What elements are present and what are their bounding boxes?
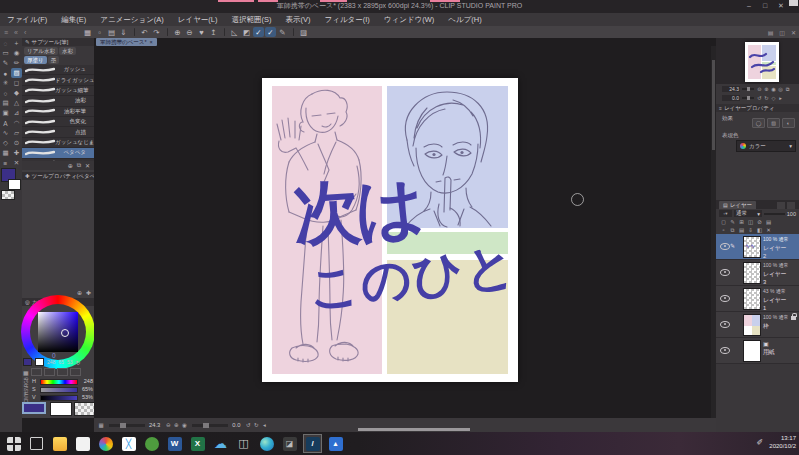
layer-thumbnail[interactable] bbox=[743, 340, 761, 362]
collapse-icon[interactable]: ‹ bbox=[24, 29, 26, 36]
minimize-button[interactable]: – bbox=[741, 0, 757, 12]
slider-mode-tab[interactable] bbox=[70, 368, 81, 376]
brush-item[interactable]: ガッシュ細筆 bbox=[22, 86, 94, 96]
panel-menu-icon[interactable]: ≡ bbox=[719, 105, 722, 111]
command-icon[interactable]: ↷ bbox=[151, 27, 162, 37]
command-icon[interactable]: ✓ bbox=[253, 27, 264, 37]
rotate-button[interactable]: ↺ bbox=[244, 422, 252, 428]
tool-icon[interactable]: ◆ bbox=[11, 88, 22, 98]
sv-selector[interactable] bbox=[61, 329, 69, 337]
command-icon[interactable]: ✎ bbox=[277, 27, 288, 37]
brush-item[interactable]: 点描 bbox=[22, 127, 94, 137]
dock-header-icon[interactable]: ▤ bbox=[768, 29, 774, 36]
command-icon[interactable] bbox=[224, 28, 225, 36]
navigator-zoom-button[interactable]: ⊕ bbox=[763, 86, 770, 93]
canvas-area[interactable]: 軍師携帯のベース* × bbox=[94, 38, 716, 418]
main-color-swatch[interactable] bbox=[22, 402, 46, 414]
taskbar-app-button[interactable] bbox=[257, 434, 276, 453]
tool-property-footer-button[interactable]: ✚ bbox=[86, 289, 91, 296]
tool-icon[interactable]: ▣ bbox=[0, 108, 11, 118]
brush-item[interactable]: ごわペタ bbox=[22, 159, 94, 161]
brush-item[interactable]: 色変化 bbox=[22, 117, 94, 127]
rotate-button[interactable]: ◂ bbox=[260, 422, 268, 428]
layer-thumbnail[interactable] bbox=[743, 262, 761, 284]
navigator-zoom-button[interactable]: ⧉ bbox=[784, 86, 791, 93]
taskbar-app-button[interactable]: ☁ bbox=[211, 434, 230, 453]
command-icon[interactable]: ▦ bbox=[82, 27, 93, 37]
tool-icon[interactable]: ✏ bbox=[11, 58, 22, 68]
layer-tool-icon[interactable]: ✕ bbox=[764, 227, 773, 233]
navigator-rotate-button[interactable]: ↺ bbox=[756, 95, 763, 101]
zoom-button[interactable]: ⊖ bbox=[164, 422, 172, 428]
opacity-slider[interactable] bbox=[764, 213, 785, 215]
layer-tool-icon[interactable]: ⇩ bbox=[746, 227, 755, 233]
layer-row[interactable]: ✎ 100 % 通常 枠 bbox=[716, 312, 799, 338]
command-icon[interactable]: ◩ bbox=[241, 27, 252, 37]
layer-tool-icon[interactable]: ◫ bbox=[746, 219, 755, 225]
hamburger-icon[interactable]: ≡ bbox=[4, 29, 8, 36]
taskbar-app-button[interactable] bbox=[4, 434, 23, 453]
maximize-button[interactable]: □ bbox=[757, 0, 773, 12]
canvas-document-tab[interactable]: 軍師携帯のベース* × bbox=[96, 38, 157, 46]
command-icon[interactable]: ↥ bbox=[208, 27, 219, 37]
slider-value[interactable]: 248 bbox=[79, 378, 93, 384]
layer-tool-icon[interactable]: ⧉ bbox=[728, 227, 737, 234]
brush-item[interactable]: ペタペタ bbox=[22, 148, 94, 158]
sub-color-chip[interactable] bbox=[8, 179, 21, 190]
tool-property-footer-button[interactable]: ⊕ bbox=[77, 289, 82, 296]
tool-icon[interactable]: △ bbox=[11, 98, 22, 108]
navigator-zoom-value[interactable]: 24.3 bbox=[722, 86, 740, 92]
command-icon[interactable] bbox=[134, 28, 135, 36]
subtool-group-tab[interactable]: 厚塗り bbox=[24, 56, 47, 64]
subtool-group-tab[interactable]: リアル水彩 bbox=[24, 47, 58, 55]
layer-row[interactable]: ✎ 100 % 通常 レイヤー 3 bbox=[716, 260, 799, 286]
command-icon[interactable]: ▨ bbox=[298, 27, 309, 37]
taskbar-app-button[interactable]: / bbox=[303, 434, 322, 453]
layer-tool-icon[interactable]: ◧ bbox=[755, 227, 764, 233]
layer-panel-tab-stub[interactable] bbox=[777, 202, 785, 209]
canvas-horizontal-scrollbar[interactable] bbox=[358, 428, 470, 431]
layer-tool-icon[interactable]: ▫ bbox=[719, 227, 728, 233]
layer-thumbnail[interactable] bbox=[743, 236, 761, 258]
current-color-chip[interactable] bbox=[23, 358, 32, 366]
rotation-slider[interactable] bbox=[192, 424, 228, 427]
tool-icon[interactable]: ✚ bbox=[11, 148, 22, 158]
navigator-rotate-button[interactable]: ◇ bbox=[770, 95, 777, 101]
layer-tool-icon[interactable]: ◻ bbox=[719, 219, 728, 225]
taskbar-app-button[interactable]: X bbox=[188, 434, 207, 453]
navigator-zoom-slider[interactable] bbox=[742, 88, 754, 90]
slider-mode-tab[interactable] bbox=[44, 368, 55, 376]
tool-icon[interactable]: ∿ bbox=[0, 128, 11, 138]
sub-color-swatch[interactable] bbox=[50, 402, 72, 416]
layer-thumbnail[interactable] bbox=[743, 314, 761, 336]
close-button[interactable]: ✕ bbox=[773, 0, 789, 12]
effect-button[interactable]: ▨ bbox=[767, 118, 780, 128]
tool-icon[interactable]: ✎ bbox=[0, 58, 11, 68]
hue-slider[interactable] bbox=[40, 379, 78, 385]
subtool-panel-header[interactable]: ✎ サブツール[筆] bbox=[22, 38, 94, 46]
command-icon[interactable]: ▫ bbox=[94, 27, 105, 37]
saturation-slider[interactable] bbox=[40, 387, 78, 393]
taskbar-app-button[interactable] bbox=[96, 434, 115, 453]
tool-icon[interactable]: ⊙ bbox=[11, 138, 22, 148]
tool-icon[interactable]: ◉ bbox=[11, 48, 22, 58]
taskbar-app-button[interactable]: ╳ bbox=[119, 434, 138, 453]
menu-item[interactable]: 表示(V) bbox=[279, 13, 318, 26]
menu-item[interactable]: ウィンドウ(W) bbox=[377, 13, 441, 26]
blend-mode-combo[interactable]: 通常 ▾ bbox=[734, 210, 762, 217]
tool-icon[interactable]: ◠ bbox=[11, 118, 22, 128]
navigator-thumbnail[interactable] bbox=[745, 42, 779, 82]
layer-visibility-toggle[interactable] bbox=[720, 321, 730, 328]
command-icon[interactable]: ✓ bbox=[265, 27, 276, 37]
tool-icon[interactable]: ▦ bbox=[0, 148, 11, 158]
subtool-footer-button[interactable]: ⊕ bbox=[68, 162, 73, 169]
menu-item[interactable]: レイヤー(L) bbox=[171, 13, 225, 26]
expression-color-dropdown[interactable]: カラー ▾ bbox=[736, 140, 796, 152]
taskbar-app-button[interactable]: W bbox=[165, 434, 184, 453]
tool-icon[interactable]: ▱ bbox=[11, 128, 22, 138]
layer-tool-icon[interactable]: ▤ bbox=[737, 227, 746, 233]
command-icon[interactable]: ⇓ bbox=[118, 27, 129, 37]
taskbar-app-button[interactable]: ◫ bbox=[234, 434, 253, 453]
previous-color-chip[interactable] bbox=[35, 358, 44, 366]
layer-visibility-toggle[interactable] bbox=[720, 243, 730, 250]
